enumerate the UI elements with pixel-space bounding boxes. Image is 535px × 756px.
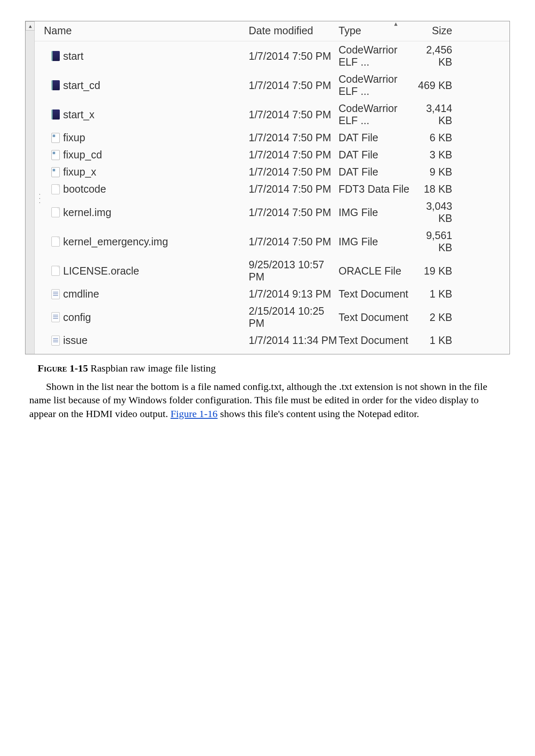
scroll-grip-icon[interactable]: ••• (37, 193, 42, 205)
file-type: Text Document (339, 311, 414, 323)
file-name: start (63, 50, 84, 62)
figure-caption-text: Raspbian raw image file listing (90, 363, 216, 374)
file-date: 1/7/2014 7:50 PM (249, 79, 339, 92)
dat-file-icon (51, 133, 60, 143)
file-size: 1 KB (414, 288, 460, 300)
column-header-size[interactable]: Size (414, 25, 460, 37)
file-name: fixup_cd (63, 149, 102, 161)
elf-file-icon (51, 80, 60, 90)
file-type: DAT File (339, 149, 414, 161)
file-size: 9,561 KB (414, 229, 460, 254)
file-row[interactable]: fixup1/7/2014 7:50 PMDAT File6 KB (35, 129, 510, 146)
file-file-icon (51, 184, 60, 194)
scroll-up-arrow-icon[interactable]: ▴ (25, 21, 35, 31)
file-name: LICENSE.oracle (63, 265, 139, 277)
file-date: 9/25/2013 10:57 PM (249, 259, 339, 283)
file-size: 469 KB (414, 79, 460, 92)
file-type: FDT3 Data File (339, 183, 414, 195)
dat-file-icon (51, 150, 60, 160)
txt-file-icon (51, 336, 60, 346)
file-name: fixup (63, 132, 85, 144)
file-size: 9 KB (414, 166, 460, 178)
file-name: cmdline (63, 288, 99, 300)
file-size: 1 KB (414, 334, 460, 346)
file-date: 1/7/2014 11:34 PM (249, 334, 339, 346)
file-type: Text Document (339, 334, 414, 346)
vertical-scrollbar[interactable]: ▴ (25, 21, 35, 354)
file-date: 1/7/2014 7:50 PM (249, 236, 339, 248)
file-date: 1/7/2014 7:50 PM (249, 166, 339, 178)
file-row[interactable]: kernel.img1/7/2014 7:50 PMIMG File3,043 … (35, 198, 510, 227)
file-name: kernel_emergency.img (63, 236, 168, 248)
file-type: IMG File (339, 236, 414, 248)
file-type: CodeWarrior ELF ... (339, 44, 414, 68)
file-row[interactable]: LICENSE.oracle9/25/2013 10:57 PMORACLE F… (35, 256, 510, 285)
file-date: 1/7/2014 7:50 PM (249, 50, 339, 62)
figure-label-number: 1-15 (69, 363, 88, 374)
file-name: bootcode (63, 183, 106, 195)
elf-file-icon (51, 51, 60, 61)
file-date: 1/7/2014 7:50 PM (249, 206, 339, 219)
file-row[interactable]: cmdline1/7/2014 9:13 PMText Document1 KB (35, 285, 510, 303)
column-header-row: Name Date modified Type Size ▴ (35, 21, 510, 41)
file-date: 1/7/2014 9:13 PM (249, 288, 339, 300)
file-name: start_x (63, 109, 94, 121)
file-row[interactable]: bootcode1/7/2014 7:50 PMFDT3 Data File18… (35, 181, 510, 198)
body-paragraph: Shown in the list near the bottom is a f… (29, 380, 506, 420)
file-date: 1/7/2014 7:50 PM (249, 132, 339, 144)
file-row[interactable]: issue1/7/2014 11:34 PMText Document1 KB (35, 332, 510, 349)
file-type: DAT File (339, 132, 414, 144)
file-type: CodeWarrior ELF ... (339, 73, 414, 97)
file-type: CodeWarrior ELF ... (339, 102, 414, 127)
file-row[interactable]: start1/7/2014 7:50 PMCodeWarrior ELF ...… (35, 41, 510, 71)
txt-file-icon (51, 312, 60, 322)
file-size: 6 KB (414, 132, 460, 144)
file-row[interactable]: fixup_x1/7/2014 7:50 PMDAT File9 KB (35, 163, 510, 181)
file-name: config (63, 311, 91, 323)
file-row[interactable]: kernel_emergency.img1/7/2014 7:50 PMIMG … (35, 227, 510, 256)
file-file-icon (51, 237, 60, 247)
paragraph-part2: shows this file's content using the Note… (218, 408, 419, 419)
file-date: 1/7/2014 7:50 PM (249, 149, 339, 161)
file-type: IMG File (339, 206, 414, 219)
elf-file-icon (51, 109, 60, 120)
file-name: issue (63, 334, 87, 346)
column-header-name[interactable]: Name (44, 25, 249, 37)
file-list-pane: Name Date modified Type Size ▴ start1/7/… (35, 21, 510, 354)
file-size: 3,043 KB (414, 200, 460, 224)
figure-link[interactable]: Figure 1-16 (171, 408, 218, 419)
file-name: kernel.img (63, 206, 111, 219)
sort-indicator-icon: ▴ (394, 20, 397, 28)
file-row[interactable]: start_x1/7/2014 7:50 PMCodeWarrior ELF .… (35, 100, 510, 129)
file-date: 1/7/2014 7:50 PM (249, 183, 339, 195)
file-date: 1/7/2014 7:50 PM (249, 109, 339, 121)
file-row[interactable]: start_cd1/7/2014 7:50 PMCodeWarrior ELF … (35, 71, 510, 100)
file-type: ORACLE File (339, 265, 414, 277)
file-row[interactable]: config2/15/2014 10:25 PMText Document2 K… (35, 303, 510, 332)
file-date: 2/15/2014 10:25 PM (249, 305, 339, 329)
file-size: 2 KB (414, 311, 460, 323)
figure-label-prefix: Figure (38, 363, 67, 374)
file-size: 19 KB (414, 265, 460, 277)
file-size: 2,456 KB (414, 44, 460, 68)
file-size: 18 KB (414, 183, 460, 195)
file-type: DAT File (339, 166, 414, 178)
file-name: fixup_x (63, 166, 96, 178)
dat-file-icon (51, 167, 60, 177)
txt-file-icon (51, 289, 60, 299)
file-size: 3,414 KB (414, 102, 460, 127)
file-file-icon (51, 207, 60, 217)
column-header-type[interactable]: Type (339, 25, 414, 37)
file-size: 3 KB (414, 149, 460, 161)
file-name: start_cd (63, 79, 100, 92)
column-header-date[interactable]: Date modified (249, 25, 339, 37)
file-row[interactable]: fixup_cd1/7/2014 7:50 PMDAT File3 KB (35, 146, 510, 163)
file-type: Text Document (339, 288, 414, 300)
figure-caption: Figure 1-15 Raspbian raw image file list… (38, 363, 518, 374)
file-file-icon (51, 266, 60, 276)
explorer-window: ▴ ••• Name Date modified Type Size ▴ sta… (25, 21, 510, 354)
